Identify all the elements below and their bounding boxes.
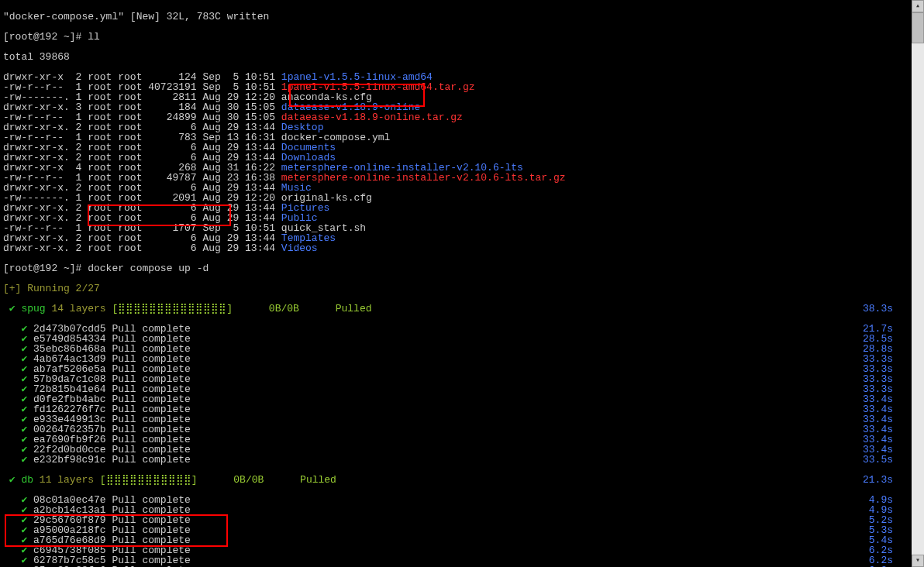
check-icon: ✔ db <box>3 474 40 486</box>
running-header: [+] Running 2/27 <box>3 283 100 294</box>
file-list: drwxr-xr-x 2 root root 124 Sep 5 10:51 1… <box>3 72 908 253</box>
check-icon: ✔ spug <box>3 303 51 314</box>
progress-bar: [⣿⣿⣿⣿⣿⣿⣿⣿⣿⣿⣿] 0B/0B Pulled <box>94 474 336 486</box>
db-layer-list: ✔ 08c01a0ec47e Pull complete4.9s ✔ a2bcb… <box>3 495 908 567</box>
prompt: [root@192 ~]# <box>3 31 88 43</box>
vim-status: "docker-compose.yml" [New] 32L, 783C wri… <box>3 11 269 22</box>
terminal[interactable]: "docker-compose.yml" [New] 32L, 783C wri… <box>0 0 912 567</box>
layer-line: e232bf98c91c Pull complete <box>33 454 191 466</box>
total-line: total 39868 <box>3 51 70 63</box>
spug-time: 38.3s <box>863 304 893 314</box>
scroll-down-icon[interactable]: ▾ <box>912 555 924 567</box>
scroll-up-icon[interactable]: ▴ <box>912 0 924 12</box>
progress-bar: [⣿⣿⣿⣿⣿⣿⣿⣿⣿⣿⣿⣿⣿⣿] 0B/0B Pulled <box>106 303 372 314</box>
layer-time: 33.5s <box>863 455 893 465</box>
scrollbar[interactable]: ▴ ▾ <box>912 0 924 567</box>
prompt: [root@192 ~]# <box>3 263 88 274</box>
cmd-compose-up: docker compose up -d <box>88 263 209 274</box>
cmd-ll: ll <box>88 31 100 43</box>
check-icon: ✔ <box>3 454 33 466</box>
spug-layer-list: ✔ 2d473b07cdd5 Pull complete21.7s ✔ e574… <box>3 324 908 465</box>
spug-layers-count: 14 layers <box>51 303 105 314</box>
file-name: Videos <box>281 242 318 254</box>
db-time: 21.3s <box>863 475 893 485</box>
file-name: metersphere-online-installer-v2.10.6-lts… <box>281 172 566 184</box>
file-meta: drwxr-xr-x. 2 root root 6 Aug 29 13:44 <box>3 242 281 254</box>
db-layers-count: 11 layers <box>40 474 94 486</box>
scrollbar-thumb[interactable] <box>912 12 924 43</box>
